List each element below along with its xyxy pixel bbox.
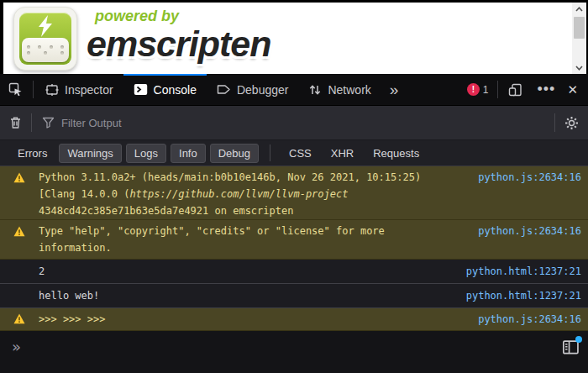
toolbar-separator: [497, 81, 498, 98]
console-settings-button[interactable]: [555, 116, 588, 130]
message-text: Type "help", "copyright", "credits" or "…: [39, 223, 427, 256]
console-filterbar: [0, 106, 588, 140]
inspector-icon: [45, 83, 59, 97]
editor-mode-toggle-button[interactable]: [562, 339, 580, 357]
trash-icon: [9, 116, 22, 129]
tab-label: Inspector: [65, 83, 113, 97]
responsive-design-mode-button[interactable]: [500, 74, 531, 105]
console-output: Python 3.11.0a2+ (heads/main:b0b10e146b,…: [0, 166, 588, 331]
filter-funnel-icon: [42, 117, 55, 129]
screen: powered by emscripten: [0, 0, 588, 373]
pod-dots-row: [27, 45, 64, 49]
devtools-tabbar: Inspector Console Debugger Network » !: [0, 74, 588, 106]
toolbar-separator: [33, 81, 34, 98]
filter-info-button[interactable]: Info: [171, 144, 206, 163]
tab-label: Console: [154, 83, 197, 97]
emscripten-logo-tile: [19, 13, 71, 65]
url-text: https://github.com/llvm/llvm-project: [129, 188, 348, 200]
message-text: 2: [39, 263, 427, 280]
notification-dot: [575, 336, 582, 343]
emscripten-logo: [13, 7, 77, 71]
filter-separator: [270, 144, 270, 161]
pod-dots-row: [27, 51, 64, 55]
filter-debug-button[interactable]: Debug: [210, 144, 259, 163]
more-tabs-button[interactable]: »: [381, 74, 407, 105]
clear-console-button[interactable]: [0, 116, 31, 129]
filter-logs-button[interactable]: Logs: [126, 144, 166, 163]
powered-by-text: powered by: [95, 8, 270, 25]
filter-buttons-bar: Errors Warnings Logs Info Debug CSS XHR …: [0, 140, 588, 166]
webpage-header: powered by emscripten: [0, 0, 588, 74]
console-message-warning: Type "help", "copyright", "credits" or "…: [0, 220, 588, 260]
filter-field[interactable]: [32, 117, 554, 129]
console-message-warning: >>> >>> >>> python.js:2634:16: [0, 308, 588, 331]
scroll-down-button[interactable]: [572, 61, 586, 74]
console-input-row[interactable]: »: [0, 331, 588, 373]
warning-icon: [0, 223, 39, 237]
pick-element-button[interactable]: [0, 74, 31, 105]
tab-debugger[interactable]: Debugger: [207, 74, 299, 105]
tab-console[interactable]: Console: [123, 74, 207, 105]
error-count-indicator[interactable]: ! 1: [460, 74, 496, 105]
tab-inspector[interactable]: Inspector: [35, 74, 123, 105]
responsive-mode-icon: [508, 83, 522, 97]
console-icon: [134, 83, 148, 96]
lightning-bolt-icon: [36, 15, 55, 37]
debugger-icon: [217, 83, 231, 96]
brand-text: emscripten: [87, 25, 270, 62]
tab-label: Network: [328, 83, 370, 97]
message-text: Python 3.11.0a2+ (heads/main:b0b10e146b,…: [39, 169, 427, 219]
console-message-warning: Python 3.11.0a2+ (heads/main:b0b10e146b,…: [0, 166, 588, 220]
filter-xhr-button[interactable]: XHR: [323, 144, 361, 162]
logo-text: powered by emscripten: [87, 8, 270, 62]
emscripten-logo-pod: [22, 38, 69, 62]
scrollbar-thumb[interactable]: [574, 17, 585, 39]
error-badge-icon: !: [467, 83, 480, 96]
filter-warnings-button[interactable]: Warnings: [59, 144, 121, 163]
filter-requests-button[interactable]: Requests: [365, 144, 427, 162]
network-icon: [308, 83, 322, 97]
tab-network[interactable]: Network: [298, 74, 381, 105]
devtools-menu-button[interactable]: •••: [531, 74, 563, 105]
filter-css-button[interactable]: CSS: [281, 144, 319, 162]
warning-icon: [0, 169, 39, 183]
console-prompt-icon: »: [0, 331, 21, 355]
source-location-link[interactable]: python.js:2634:16: [473, 223, 588, 239]
filter-output-input[interactable]: [61, 117, 554, 129]
warning-icon: [0, 311, 39, 324]
filter-errors-button[interactable]: Errors: [10, 144, 55, 162]
close-devtools-button[interactable]: ✕: [562, 74, 588, 105]
console-message-log: 2 python.html:1237:21: [0, 260, 588, 284]
source-location-link[interactable]: python.html:1237:21: [461, 263, 588, 280]
gear-icon: [564, 116, 579, 130]
console-message-log: hello web! python.html:1237:21: [0, 284, 588, 308]
page-scrollbar[interactable]: [572, 3, 586, 74]
source-location-link[interactable]: python.js:2634:16: [473, 311, 588, 328]
source-location-link[interactable]: python.html:1237:21: [461, 287, 588, 304]
scroll-up-button[interactable]: [572, 3, 586, 15]
message-text: hello web!: [39, 287, 427, 304]
tab-label: Debugger: [237, 83, 289, 97]
message-text: >>> >>> >>>: [39, 311, 427, 328]
source-location-link[interactable]: python.js:2634:16: [473, 169, 588, 186]
error-count: 1: [483, 84, 489, 96]
